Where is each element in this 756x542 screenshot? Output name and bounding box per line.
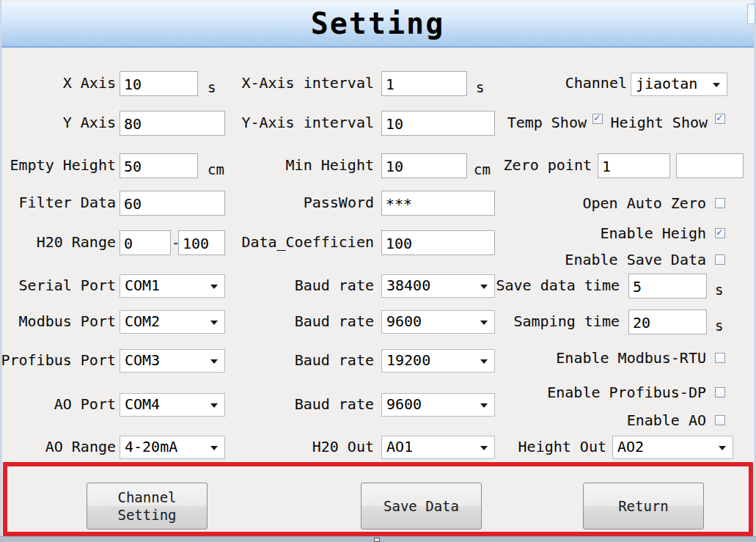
chevron-down-icon — [713, 83, 720, 87]
window-corner-notch — [747, 4, 755, 24]
enable-heigh-checkbox[interactable] — [715, 228, 725, 238]
modbus-port-dropdown[interactable]: COM2 — [120, 310, 225, 334]
serial-baud-value: 38400 — [386, 277, 430, 294]
ao-baud-label: Baud rate — [235, 395, 374, 413]
enable-modbus-rtu-label: Enable Modbus-RTU — [440, 349, 706, 367]
save-data-button-label: Save Data — [383, 497, 459, 515]
x-interval-label: X-Axis interval — [235, 74, 374, 92]
min-height-label: Min Height — [235, 156, 374, 174]
serial-port-label: Serial Port — [0, 277, 116, 294]
channel-setting-button-line1: Channel — [117, 488, 176, 506]
profibus-port-value: COM3 — [125, 351, 160, 369]
chevron-down-icon — [480, 403, 488, 408]
save-data-time-input[interactable] — [628, 274, 707, 299]
ao-port-value: COM4 — [125, 395, 160, 413]
min-height-input[interactable] — [381, 153, 467, 178]
filter-data-label: Filter Data — [0, 194, 116, 211]
empty-height-input[interactable] — [120, 153, 198, 178]
save-data-time-label: Save data time — [477, 277, 620, 294]
data-coefficien-label: Data_Coefficien — [235, 233, 374, 251]
height-show-label: Height Show — [601, 114, 708, 131]
profibus-baud-value: 19200 — [386, 351, 430, 369]
zero-point-input[interactable] — [598, 153, 670, 178]
title-bar: Setting — [1, 1, 754, 48]
h20-range-from-input[interactable] — [120, 230, 171, 255]
zero-point-label: Zero point — [477, 156, 592, 174]
height-out-label: Height Out — [477, 438, 606, 455]
open-auto-zero-label: Open Auto Zero — [440, 194, 706, 212]
modbus-baud-value: 9600 — [386, 312, 422, 330]
bottom-strip-mark — [374, 538, 380, 542]
h20-out-value: AO1 — [386, 438, 413, 455]
chevron-down-icon — [210, 285, 218, 289]
empty-height-label: Empty Height — [0, 156, 116, 174]
x-axis-label: X Axis — [0, 74, 116, 92]
height-out-dropdown[interactable]: AO2 — [612, 436, 733, 459]
ao-range-dropdown[interactable]: 4-20mA — [120, 436, 225, 459]
ao-range-value: 4-20mA — [125, 438, 177, 455]
ao-port-dropdown[interactable]: COM4 — [120, 393, 225, 417]
x-interval-unit: s — [476, 79, 484, 95]
channel-value: jiaotan — [636, 75, 697, 92]
setting-window: Setting X Axis s X-Axis interval s Chann… — [0, 0, 756, 542]
profibus-port-label: Profibus Port — [0, 351, 116, 369]
ao-baud-value: 9600 — [386, 395, 422, 413]
save-data-time-unit: s — [715, 282, 723, 298]
enable-profibus-dp-label: Enable Profibus-DP — [440, 384, 706, 401]
y-axis-label: Y Axis — [0, 114, 116, 131]
chevron-down-icon — [210, 446, 218, 450]
ao-port-label: AO Port — [0, 395, 116, 413]
temp-show-label: Temp Show — [462, 114, 587, 131]
x-interval-input[interactable] — [381, 71, 467, 96]
x-axis-unit: s — [208, 79, 216, 95]
channel-setting-button-line2: Setting — [117, 506, 176, 524]
chevron-down-icon — [210, 359, 218, 364]
open-auto-zero-checkbox[interactable] — [715, 198, 725, 208]
h20-range-label: H20 Range — [0, 233, 116, 251]
empty-height-unit: cm — [208, 161, 224, 177]
samping-time-input[interactable] — [628, 310, 707, 334]
enable-save-data-label: Enable Save Data — [440, 251, 706, 268]
chevron-down-icon — [719, 446, 726, 450]
y-interval-label: Y-Axis interval — [235, 114, 374, 131]
filter-data-input[interactable] — [120, 191, 225, 216]
enable-heigh-label: Enable Heigh — [440, 224, 706, 242]
save-data-button[interactable]: Save Data — [361, 483, 482, 530]
profibus-baud-label: Baud rate — [235, 351, 374, 369]
x-axis-input[interactable] — [120, 71, 198, 96]
ao-range-label: AO Range — [0, 438, 116, 455]
enable-ao-checkbox[interactable] — [715, 415, 725, 425]
modbus-port-label: Modbus Port — [0, 312, 116, 330]
samping-time-label: Samping time — [477, 312, 620, 330]
password-label: PassWord — [235, 194, 374, 211]
height-out-value: AO2 — [617, 438, 644, 455]
modbus-port-value: COM2 — [125, 312, 160, 330]
modbus-baud-label: Baud rate — [235, 312, 374, 330]
serial-port-value: COM1 — [125, 277, 160, 294]
channel-label: Channel — [513, 74, 627, 92]
h20-out-label: H20 Out — [235, 438, 374, 455]
enable-profibus-dp-checkbox[interactable] — [715, 387, 725, 398]
h20-range-to-input[interactable] — [178, 230, 225, 255]
return-button-label: Return — [618, 497, 669, 515]
channel-setting-button[interactable]: Channel Setting — [87, 483, 208, 530]
channel-dropdown[interactable]: jiaotan — [631, 73, 727, 96]
enable-modbus-rtu-checkbox[interactable] — [715, 353, 725, 363]
page-title: Setting — [311, 7, 445, 40]
return-button[interactable]: Return — [583, 483, 704, 530]
height-show-checkbox[interactable] — [715, 114, 725, 124]
serial-port-dropdown[interactable]: COM1 — [120, 274, 225, 298]
enable-save-data-checkbox[interactable] — [715, 254, 725, 265]
enable-ao-label: Enable AO — [440, 411, 706, 429]
chevron-down-icon — [210, 321, 218, 325]
serial-baud-label: Baud rate — [235, 277, 374, 294]
chevron-down-icon — [210, 403, 218, 408]
profibus-port-dropdown[interactable]: COM3 — [120, 349, 225, 373]
samping-time-unit: s — [715, 318, 723, 334]
zero-point-input-2[interactable] — [676, 153, 744, 178]
y-axis-input[interactable] — [120, 111, 225, 136]
